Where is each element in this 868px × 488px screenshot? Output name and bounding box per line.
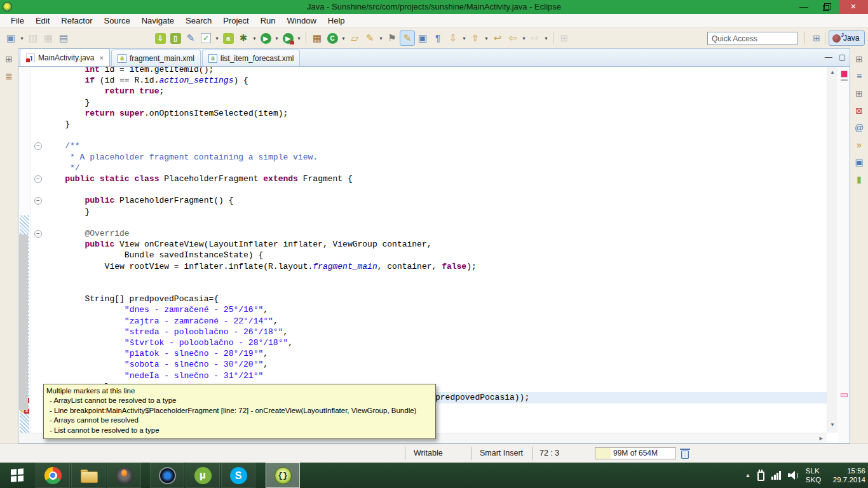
new-class-button[interactable]: C	[325, 30, 340, 46]
new-wizard-button[interactable]: ▣	[3, 30, 18, 46]
scroll-right-icon[interactable]: ▸	[819, 434, 823, 442]
tab-fragment_main-xml[interactable]: afragment_main.xml	[111, 50, 201, 66]
maximize-button[interactable]	[816, 0, 836, 14]
network-signal-icon[interactable]	[771, 471, 781, 480]
menu-refactor[interactable]: Refactor	[55, 15, 98, 27]
menu-window[interactable]: Window	[281, 15, 322, 27]
open-task-button[interactable]: ⚑	[384, 30, 400, 46]
menu-file[interactable]: File	[5, 15, 30, 27]
taskbar-skype-button[interactable]: S	[221, 463, 255, 488]
last-edit-location-button[interactable]: ↩	[490, 30, 505, 46]
code-line[interactable]: */	[45, 163, 80, 173]
mark-occurrences-button[interactable]: ✎	[400, 30, 415, 46]
menu-project[interactable]: Project	[217, 15, 254, 27]
show-whitespace-button[interactable]: ¶	[430, 30, 445, 46]
menu-help[interactable]: Help	[322, 15, 351, 27]
print-button[interactable]: ▤	[56, 30, 71, 46]
current-line-overview-marker[interactable]	[841, 393, 848, 397]
dropdown-arrow-icon[interactable]: ▾	[18, 36, 25, 41]
taskbar-utorrent-button[interactable]: µ	[186, 463, 220, 488]
code-line[interactable]: @Override	[45, 228, 130, 239]
taskbar-chrome-button[interactable]	[36, 463, 70, 488]
open-perspective-button[interactable]: ⊞	[810, 31, 824, 45]
code-line[interactable]: int id = item.getItemId();	[45, 66, 214, 75]
menu-search[interactable]: Search	[180, 15, 217, 27]
code-line[interactable]: public static class PlaceholderFragment …	[45, 173, 353, 184]
hidden-icons-button[interactable]: ▲	[745, 472, 750, 478]
outline-view-icon[interactable]: ≡	[853, 70, 865, 83]
code-line[interactable]: return true;	[45, 86, 164, 97]
minimize-button[interactable]: —	[794, 0, 813, 14]
vertical-scrollbar[interactable]: ▴ ▾	[827, 67, 837, 433]
dropdown-arrow-icon[interactable]: ▾	[377, 36, 384, 41]
declaration-view-icon[interactable]: »	[853, 139, 865, 151]
code-line[interactable]: "sobota - slnečno - 30°/20°",	[45, 359, 268, 370]
new-android-app-button[interactable]: a	[220, 30, 236, 46]
code-line[interactable]: "streda - polooblačno - 26°/18°",	[45, 327, 288, 337]
android-sdk-manager-button[interactable]: ⇩	[153, 30, 168, 46]
dropdown-arrow-icon[interactable]: ▾	[214, 36, 220, 41]
debug-button[interactable]: ✱	[236, 30, 251, 46]
problems-view-icon[interactable]: ⊠	[853, 104, 865, 117]
overview-ruler[interactable]	[838, 67, 850, 444]
search-button[interactable]: ✎	[362, 30, 377, 46]
safely-remove-icon[interactable]	[757, 471, 764, 481]
menu-source[interactable]: Source	[98, 15, 136, 27]
back-button[interactable]: ⇦	[505, 30, 520, 46]
logcat-view-icon[interactable]: ▮	[853, 173, 865, 186]
restore-view-button[interactable]: ⊞	[853, 53, 865, 65]
folding-ruler[interactable]: −−−−	[31, 67, 45, 433]
fold-collapse-icon[interactable]: −	[34, 197, 42, 205]
console-view-icon[interactable]: ▣	[853, 156, 865, 168]
code-line[interactable]: String[] predpovedPocasia={	[45, 294, 219, 304]
dropdown-arrow-icon[interactable]: ▾	[483, 36, 490, 41]
code-line[interactable]: if (id == R.id.action_settings) {	[45, 75, 248, 86]
code-line[interactable]: "štvrtok - polooblačno - 28°/18°",	[45, 337, 293, 348]
run-tests-button[interactable]: ✓	[198, 30, 214, 46]
vertical-scrollbar-thumb[interactable]	[19, 234, 28, 410]
java-perspective-button[interactable]: Java	[829, 30, 865, 46]
dropdown-arrow-icon[interactable]: ▾	[295, 36, 302, 41]
external-tools-button[interactable]: ▶	[280, 30, 295, 46]
restore-view-button[interactable]: ⊞	[853, 87, 865, 100]
scroll-up-icon[interactable]: ▴	[827, 69, 837, 75]
minimize-editor-button[interactable]: —	[825, 53, 832, 62]
dropdown-arrow-icon[interactable]: ▾	[273, 36, 280, 41]
code-line[interactable]: View rootView = inflater.inflate(R.layou…	[45, 261, 477, 272]
code-line[interactable]: "dnes - zamračené - 25°/16°",	[45, 304, 268, 315]
code-line[interactable]: }	[45, 207, 90, 217]
close-button[interactable]: ×	[839, 0, 868, 14]
package-explorer-icon[interactable]: ≣	[3, 70, 15, 83]
taskbar-eclipse-button[interactable]: {}	[266, 463, 300, 488]
code-line[interactable]: }	[45, 97, 90, 108]
code-line[interactable]: return super.onOptionsItemSelected(item)…	[45, 108, 288, 119]
menu-navigate[interactable]: Navigate	[136, 15, 180, 27]
taskbar-flstudio-button[interactable]	[107, 463, 141, 488]
taskbar-media-button[interactable]	[150, 463, 184, 488]
new-java-project-button[interactable]: ▦	[309, 30, 325, 46]
code-line[interactable]: Bundle savedInstanceState) {	[45, 250, 263, 261]
dropdown-arrow-icon[interactable]: ▾	[461, 36, 468, 41]
previous-annotation-button[interactable]: ⇧	[468, 30, 483, 46]
scroll-down-icon[interactable]: ▾	[827, 421, 837, 428]
maximize-editor-button[interactable]: ▢	[839, 53, 846, 62]
code-line[interactable]: "nedeIa - slnečno - 31°/21°"	[45, 370, 263, 381]
code-line[interactable]: public PlaceholderFragment() {	[45, 195, 233, 206]
garbage-collect-button[interactable]	[681, 451, 689, 459]
javadoc-view-icon[interactable]: @	[853, 121, 865, 134]
tab-list_item_forecast-xml[interactable]: alist_item_forecast.xml	[202, 50, 300, 66]
dropdown-arrow-icon[interactable]: ▾	[520, 36, 527, 41]
dropdown-arrow-icon[interactable]: ▾	[543, 36, 550, 41]
fold-collapse-icon[interactable]: −	[34, 230, 42, 238]
quick-access-input[interactable]	[707, 32, 797, 45]
start-button[interactable]	[0, 463, 34, 488]
clock[interactable]: 15:56 29.7.2014	[833, 466, 865, 484]
keyboard-layout[interactable]: SLK SKQ	[806, 466, 826, 484]
restore-view-button[interactable]: ⊞	[3, 53, 15, 65]
code-line[interactable]: "zajtra - zamračené - 22°/14°",	[45, 316, 278, 327]
taskbar-explorer-button[interactable]	[71, 463, 105, 488]
tab-mainactivity-java[interactable]: JMainActivity.java×	[20, 48, 110, 66]
next-annotation-button[interactable]: ⇩	[445, 30, 461, 46]
run-button[interactable]: ▶	[258, 30, 273, 46]
open-type-button[interactable]: ▱	[347, 30, 362, 46]
